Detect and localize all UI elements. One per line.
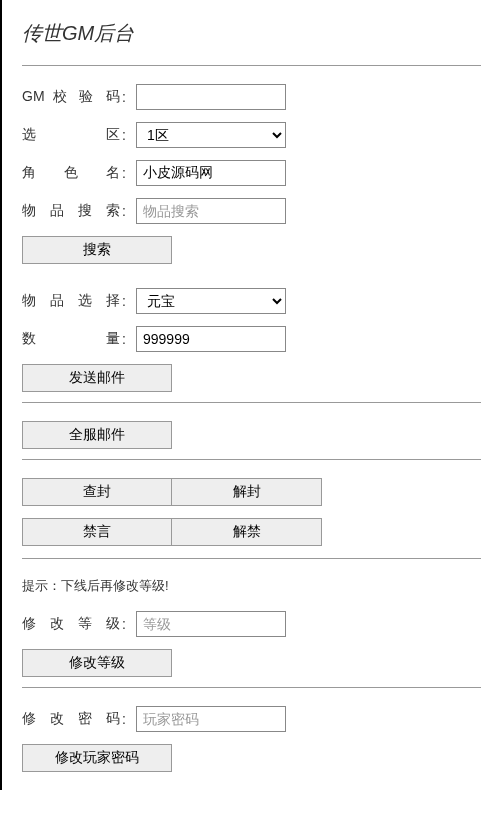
level-hint: 提示：下线后再修改等级! [22,577,481,595]
zone-select[interactable]: 1区 [136,122,286,148]
modify-password-button[interactable]: 修改玩家密码 [22,744,172,772]
all-server-mail-button[interactable]: 全服邮件 [22,421,172,449]
colon: : [122,127,136,143]
gm-code-label: GM 校 验 码 [22,88,122,106]
password-label: 修 改 密 码 [22,710,122,728]
item-search-input[interactable] [136,198,286,224]
colon: : [122,331,136,347]
unmute-button[interactable]: 解禁 [172,518,322,546]
level-input[interactable] [136,611,286,637]
quantity-label: 数 量 [22,330,122,348]
item-select-label: 物 品 选 择 [22,292,122,310]
page-title: 传世GM后台 [22,20,481,47]
item-search-label: 物 品 搜 索 [22,202,122,220]
search-button[interactable]: 搜索 [22,236,172,264]
level-label: 修 改 等 级 [22,615,122,633]
modify-level-button[interactable]: 修改等级 [22,649,172,677]
item-select[interactable]: 元宝 [136,288,286,314]
quantity-input[interactable] [136,326,286,352]
unban-button[interactable]: 解封 [172,478,322,506]
divider [22,402,481,403]
colon: : [122,203,136,219]
divider [22,65,481,66]
colon: : [122,711,136,727]
divider [22,558,481,559]
colon: : [122,616,136,632]
colon: : [122,89,136,105]
zone-label: 选 区 [22,126,122,144]
colon: : [122,293,136,309]
divider [22,459,481,460]
role-name-label: 角 色 名 [22,164,122,182]
divider [22,687,481,688]
role-name-input[interactable] [136,160,286,186]
gm-code-input[interactable] [136,84,286,110]
colon: : [122,165,136,181]
ban-button[interactable]: 查封 [22,478,172,506]
send-mail-button[interactable]: 发送邮件 [22,364,172,392]
password-input[interactable] [136,706,286,732]
mute-button[interactable]: 禁言 [22,518,172,546]
